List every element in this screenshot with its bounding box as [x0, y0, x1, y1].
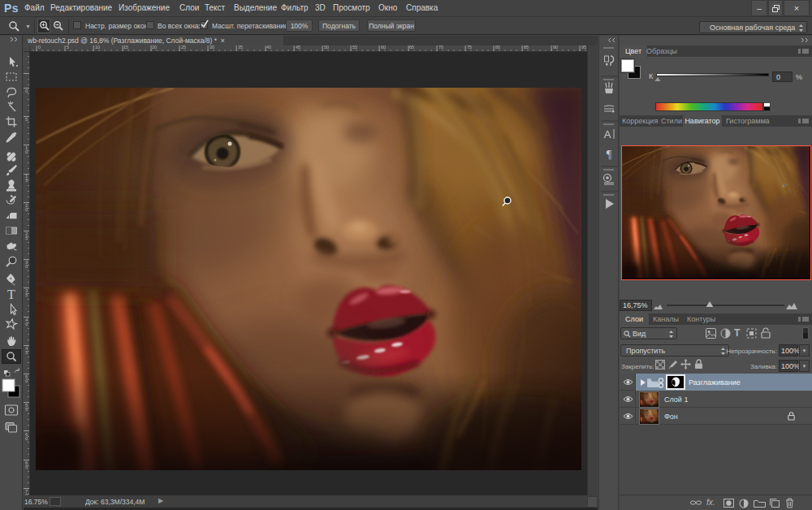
svg-text:¶: ¶: [607, 149, 612, 161]
svg-text:T: T: [7, 287, 15, 301]
svg-text:A: A: [604, 128, 611, 140]
